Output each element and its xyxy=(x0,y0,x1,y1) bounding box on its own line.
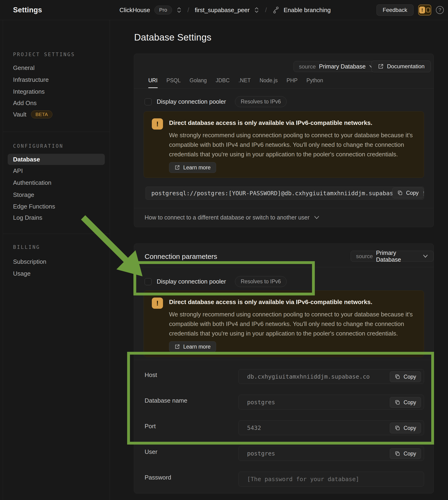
card-divider xyxy=(134,267,433,267)
connection-string-card: Connection string source Primary Databas… xyxy=(134,54,434,227)
warning-title: Direct database access is only available… xyxy=(169,299,372,306)
settings-sidebar: PROJECT SETTINGS General Infrastructure … xyxy=(0,20,110,500)
tab-psql[interactable]: PSQL xyxy=(166,77,181,88)
external-link-icon xyxy=(175,344,180,350)
user-label: User xyxy=(144,448,157,455)
pooler-checkbox-row: Display connection pooler Resolves to IP… xyxy=(144,96,287,107)
copy-icon xyxy=(395,425,400,431)
external-link-icon xyxy=(378,63,384,69)
header-actions: Feedback ! ? xyxy=(377,0,444,20)
sidebar-divider xyxy=(3,234,110,234)
sidebar-item-subscription[interactable]: Subscription xyxy=(13,258,46,265)
sidebar-item-log-drains[interactable]: Log Drains xyxy=(13,214,42,221)
sidebar-item-add-ons[interactable]: Add Ons xyxy=(13,100,37,107)
sidebar-item-infrastructure[interactable]: Infrastructure xyxy=(13,76,49,83)
resolves-ipv6-badge: Resolves to IPv6 xyxy=(235,96,287,107)
warning-title: Direct database access is only available… xyxy=(169,119,372,127)
sidebar-item-integrations[interactable]: Integrations xyxy=(13,88,45,95)
beta-badge: BETA xyxy=(31,110,52,118)
learn-more-button[interactable]: Learn more xyxy=(169,162,216,173)
database-name-input[interactable]: postgres Copy xyxy=(239,395,424,410)
card-divider xyxy=(134,208,433,208)
settings-page: Settings ClickHouse Pro / first_supabase… xyxy=(0,0,448,500)
copy-host-button[interactable]: Copy xyxy=(390,371,421,382)
warning-body: We strongly recommend using connection p… xyxy=(169,131,415,159)
sidebar-item-general[interactable]: General xyxy=(13,64,35,71)
copy-icon xyxy=(397,190,403,196)
chevron-down-icon xyxy=(314,216,320,220)
breadcrumb-project[interactable]: first_supabase_peer xyxy=(195,6,250,14)
copy-user-button[interactable]: Copy xyxy=(390,448,421,459)
tab-php[interactable]: PHP xyxy=(287,77,298,88)
breadcrumb: ClickHouse Pro / first_supabase_peer / E… xyxy=(119,0,331,20)
tab-python[interactable]: Python xyxy=(306,77,323,88)
password-label: Password xyxy=(144,474,171,481)
feedback-button[interactable]: Feedback xyxy=(377,4,414,16)
sidebar-item-usage[interactable]: Usage xyxy=(13,270,31,277)
sidebar-item-database[interactable]: Database xyxy=(8,154,105,165)
tab-uri[interactable]: URI xyxy=(148,77,158,88)
pooler-label: Display connection pooler xyxy=(157,98,226,105)
host-input[interactable]: db.cxhygiuitamxhniiddjm.supabase.co Copy xyxy=(239,369,424,384)
connection-parameters-card: Connection parameters source Primary Dat… xyxy=(134,244,434,494)
breadcrumb-separator: / xyxy=(264,6,268,14)
documentation-button[interactable]: Documentation xyxy=(371,61,431,72)
connection-type-tabs: URI PSQL Golang JDBC .NET Node.js PHP Py… xyxy=(148,77,323,88)
sidebar-item-vault[interactable]: Vault BETA xyxy=(13,110,52,118)
top-header: Settings ClickHouse Pro / first_supabase… xyxy=(0,0,448,20)
card-divider xyxy=(134,88,433,89)
resolves-ipv6-badge: Resolves to IPv6 xyxy=(235,276,287,287)
connection-parameters-title: Connection parameters xyxy=(144,252,217,261)
pooler-checkbox-row: Display connection pooler Resolves to IP… xyxy=(144,276,287,287)
org-switcher-icon[interactable] xyxy=(176,7,182,13)
tab-jdbc[interactable]: JDBC xyxy=(216,77,230,88)
section-configuration: CONFIGURATION xyxy=(13,143,63,149)
source-select[interactable]: source Primary Database xyxy=(351,251,433,262)
section-project-settings: PROJECT SETTINGS xyxy=(13,52,75,57)
ipv6-warning-banner: ! Direct database access is only availab… xyxy=(144,291,424,357)
sidebar-rail-divider xyxy=(3,20,3,500)
port-label: Port xyxy=(144,423,156,430)
display-connection-pooler-checkbox[interactable] xyxy=(144,98,152,105)
branch-icon xyxy=(272,6,279,14)
connection-help-expander[interactable]: How to connect to a different database o… xyxy=(144,214,320,221)
copy-database-name-button[interactable]: Copy xyxy=(390,397,421,408)
copy-icon xyxy=(395,374,400,380)
warning-icon: ! xyxy=(152,298,163,309)
display-connection-pooler-checkbox[interactable] xyxy=(144,278,152,285)
learn-more-button[interactable]: Learn more xyxy=(169,341,216,352)
app-title: Settings xyxy=(13,6,42,14)
tab-dotnet[interactable]: .NET xyxy=(239,77,251,88)
sidebar-item-api[interactable]: API xyxy=(13,167,23,175)
copy-port-button[interactable]: Copy xyxy=(390,423,421,433)
pooler-label: Display connection pooler xyxy=(157,278,226,285)
database-name-label: Database name xyxy=(144,397,187,404)
password-input[interactable]: [The password for your database] xyxy=(239,472,424,486)
enable-branching-button[interactable]: Enable branching xyxy=(284,6,331,14)
chevron-down-icon xyxy=(423,254,428,258)
project-switcher-icon[interactable] xyxy=(254,7,259,13)
connection-string-value[interactable]: postgresql://postgres:[YOUR-PASSWORD]@db… xyxy=(145,187,424,200)
ipv6-warning-banner: ! Direct database access is only availab… xyxy=(144,111,424,178)
tab-nodejs[interactable]: Node.js xyxy=(260,77,278,88)
notifications-alert-icon[interactable]: ! xyxy=(418,5,431,15)
port-input[interactable]: 5432 Copy xyxy=(239,420,424,435)
source-select[interactable]: source Primary Database xyxy=(294,61,380,72)
page-title: Database Settings xyxy=(134,32,211,43)
breadcrumb-separator: / xyxy=(186,6,191,14)
sidebar-item-storage[interactable]: Storage xyxy=(13,191,34,199)
breadcrumb-org[interactable]: ClickHouse xyxy=(119,6,150,14)
warning-icon: ! xyxy=(152,118,163,130)
tab-golang[interactable]: Golang xyxy=(190,77,207,88)
user-input[interactable]: postgres Copy xyxy=(239,446,424,461)
copy-connection-string-button[interactable]: Copy xyxy=(392,187,424,198)
help-icon[interactable]: ? xyxy=(436,6,444,14)
sidebar-item-edge-functions[interactable]: Edge Functions xyxy=(13,203,55,210)
copy-icon xyxy=(395,400,400,405)
section-billing: BILLING xyxy=(13,244,40,250)
sidebar-item-authentication[interactable]: Authentication xyxy=(13,179,51,186)
external-link-icon xyxy=(175,165,180,170)
plan-badge: Pro xyxy=(154,6,172,15)
warning-body: We strongly recommend using connection p… xyxy=(169,310,415,338)
sidebar-divider xyxy=(3,132,110,132)
